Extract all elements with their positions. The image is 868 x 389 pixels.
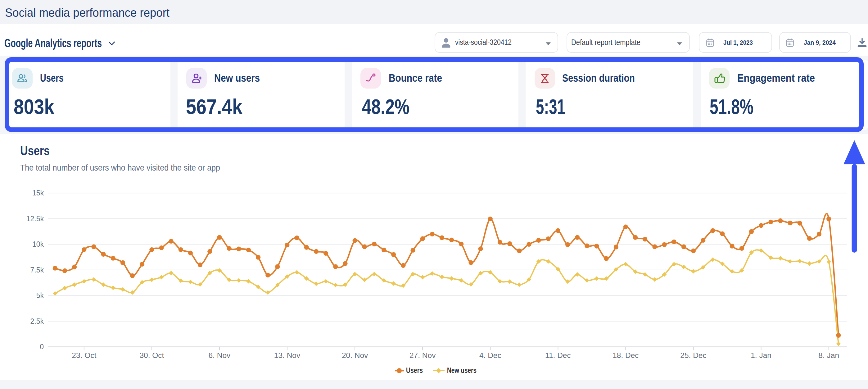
svg-text:13. Nov: 13. Nov: [274, 351, 301, 360]
svg-text:12.5k: 12.5k: [26, 215, 44, 223]
svg-text:New users: New users: [447, 366, 476, 374]
svg-text:27. Nov: 27. Nov: [409, 351, 436, 360]
svg-text:15k: 15k: [32, 189, 44, 197]
svg-text:7.5k: 7.5k: [30, 266, 44, 274]
svg-text:30. Oct: 30. Oct: [140, 351, 164, 360]
svg-text:25. Dec: 25. Dec: [680, 351, 706, 360]
svg-text:Users: Users: [406, 366, 423, 374]
svg-text:8. Jan: 8. Jan: [818, 351, 839, 360]
svg-text:10k: 10k: [32, 240, 44, 248]
svg-text:1. Jan: 1. Jan: [751, 351, 771, 360]
svg-text:18. Dec: 18. Dec: [613, 351, 639, 360]
svg-text:20. Nov: 20. Nov: [342, 351, 368, 360]
svg-text:0: 0: [40, 343, 44, 351]
svg-text:11. Dec: 11. Dec: [545, 351, 571, 360]
svg-text:23. Oct: 23. Oct: [72, 351, 96, 360]
svg-text:4. Dec: 4. Dec: [479, 351, 501, 360]
svg-text:2.5k: 2.5k: [30, 317, 44, 325]
svg-text:5k: 5k: [36, 291, 44, 300]
svg-text:6. Nov: 6. Nov: [208, 351, 231, 360]
